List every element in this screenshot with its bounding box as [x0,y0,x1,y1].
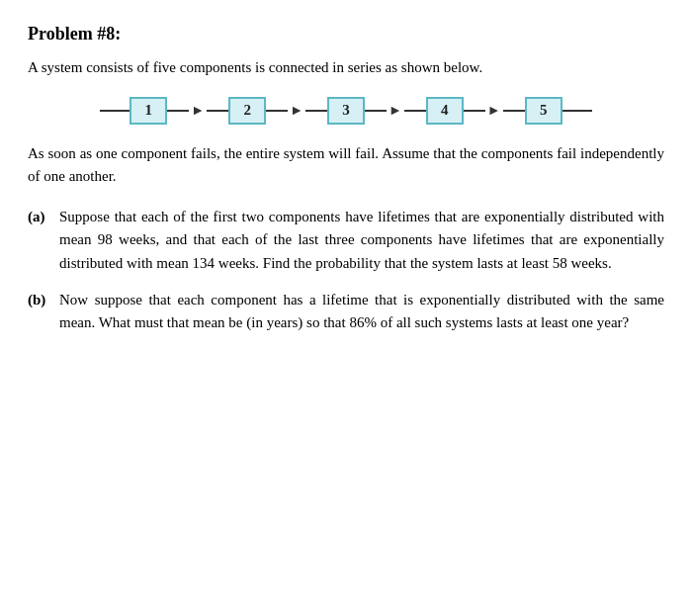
arrow-1: ► [191,103,205,119]
arrow-2: ► [290,103,303,119]
series-diagram: 1 ► 2 ► 3 ► 4 ► 5 [28,97,664,125]
line-4 [464,110,485,112]
component-4: 4 [426,97,464,125]
part-a-label: (a) [28,206,55,228]
part-a: (a) Suppose that each of the first two c… [28,206,664,275]
line-1 [167,110,189,112]
intro-text: A system consists of five components is … [28,56,664,79]
line-3b [404,110,426,112]
component-1: 1 [130,97,167,125]
parts-container: (a) Suppose that each of the first two c… [28,206,664,334]
part-b-label: (b) [28,289,55,311]
line-2 [266,110,288,112]
component-5: 5 [525,97,562,125]
page: Problem #8: A system consists of five co… [0,0,692,616]
component-2: 2 [228,97,266,125]
part-b-text: Now suppose that each component has a li… [59,289,664,335]
line-1b [207,110,228,112]
line-end [562,110,592,112]
problem-title: Problem #8: [28,24,664,44]
line-start [100,110,130,112]
arrow-4: ► [487,103,501,119]
component-3: 3 [327,97,365,125]
line-4b [503,110,525,112]
part-a-text: Suppose that each of the first two compo… [59,206,664,275]
arrow-3: ► [389,103,402,119]
part-b: (b) Now suppose that each component has … [28,289,664,335]
line-3 [365,110,387,112]
line-2b [305,110,327,112]
system-description: As soon as one component fails, the enti… [28,142,664,189]
